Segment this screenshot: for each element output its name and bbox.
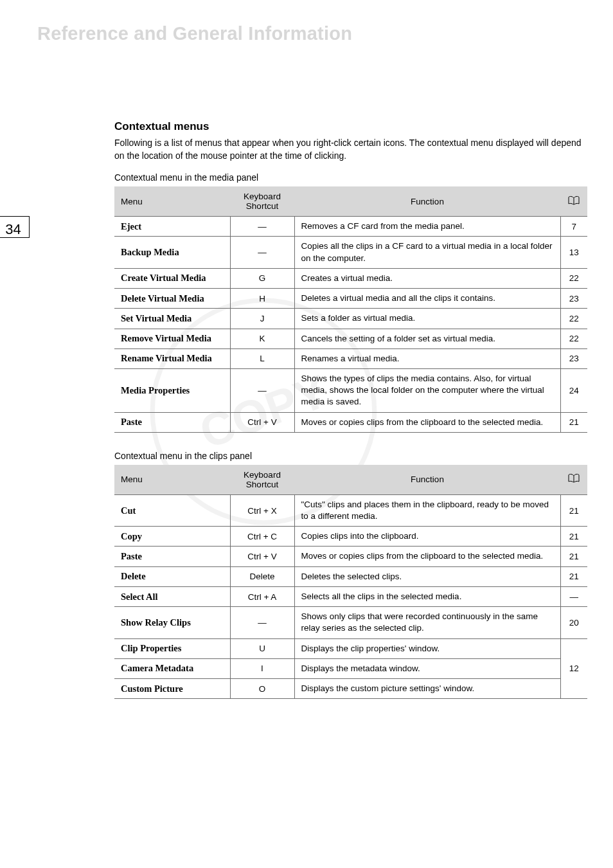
table-row: Eject—Removes a CF card from the media p… — [114, 217, 587, 237]
function-cell: Deletes the selected clips. — [294, 566, 560, 586]
menu-cell: Eject — [114, 217, 230, 237]
shortcut-cell: — — [230, 368, 294, 412]
table1-title: Contextual menu in the media panel — [114, 172, 587, 183]
menu-cell: Custom Picture — [114, 679, 230, 699]
menu-cell: Set Virtual Media — [114, 309, 230, 329]
table-row: Rename Virtual MediaLRenames a virtual m… — [114, 348, 587, 368]
page-cell: 21 — [560, 566, 587, 586]
chapter-title: Reference and General Information — [0, 0, 613, 44]
page-cell: 23 — [560, 348, 587, 368]
page-cell: 22 — [560, 309, 587, 329]
table-row: Show Relay Clips—Shows only clips that w… — [114, 607, 587, 638]
shortcut-cell: — — [230, 607, 294, 638]
media-panel-table: Menu Keyboard Shortcut Function Eject—Re… — [114, 186, 587, 433]
table-row: CutCtrl + X"Cuts" clips and places them … — [114, 494, 587, 526]
page-cell: — — [560, 586, 587, 606]
table-row: Delete Virtual MediaHDeletes a virtual m… — [114, 289, 587, 309]
table-row: Set Virtual MediaJSets a folder as virtu… — [114, 309, 587, 329]
col-header-menu: Menu — [114, 186, 230, 217]
menu-cell: Show Relay Clips — [114, 607, 230, 638]
section-heading: Contextual menus — [114, 120, 587, 133]
col-header-shortcut: Keyboard Shortcut — [230, 465, 294, 495]
function-cell: "Cuts" clips and places them in the clip… — [294, 494, 560, 526]
page-side-number: 34 — [0, 216, 30, 238]
function-cell: Renames a virtual media. — [294, 348, 560, 368]
shortcut-cell: — — [230, 237, 294, 268]
col-header-page — [560, 186, 587, 217]
function-cell: Shows only clips that were recorded cont… — [294, 607, 560, 638]
section-intro: Following is a list of menus that appear… — [114, 137, 587, 162]
page-cell: 24 — [560, 368, 587, 412]
function-cell: Selects all the clips in the selected me… — [294, 586, 560, 606]
col-header-shortcut: Keyboard Shortcut — [230, 186, 294, 217]
menu-cell: Create Virtual Media — [114, 268, 230, 288]
page-cell: 21 — [560, 494, 587, 526]
function-cell: Deletes a virtual media and all the clip… — [294, 289, 560, 309]
function-cell: Cancels the setting of a folder set as v… — [294, 329, 560, 348]
shortcut-cell: U — [230, 638, 294, 658]
table2-title: Contextual menu in the clips panel — [114, 451, 587, 461]
menu-cell: Select All — [114, 586, 230, 606]
shortcut-cell: I — [230, 658, 294, 678]
menu-cell: Cut — [114, 494, 230, 526]
page-cell: 13 — [560, 237, 587, 268]
table-row: PasteCtrl + VMoves or copies clips from … — [114, 547, 587, 566]
menu-cell: Clip Properties — [114, 638, 230, 658]
table-row: Create Virtual MediaGCreates a virtual m… — [114, 268, 587, 288]
menu-cell: Remove Virtual Media — [114, 329, 230, 348]
shortcut-cell: K — [230, 329, 294, 348]
page-cell: 21 — [560, 547, 587, 566]
table-row: Camera MetadataIDisplays the metadata wi… — [114, 658, 587, 678]
page-cell: 21 — [560, 527, 587, 547]
function-cell: Displays the clip properties' window. — [294, 638, 560, 658]
function-cell: Moves or copies clips from the clipboard… — [294, 547, 560, 566]
table-row: Remove Virtual MediaKCancels the setting… — [114, 329, 587, 348]
table-row: Media Properties—Shows the types of clip… — [114, 368, 587, 412]
shortcut-cell: Ctrl + A — [230, 586, 294, 606]
page-cell: 12 — [560, 638, 587, 699]
shortcut-cell: Delete — [230, 566, 294, 586]
shortcut-cell: Ctrl + C — [230, 527, 294, 547]
menu-cell: Paste — [114, 412, 230, 432]
col-header-function: Function — [294, 465, 560, 495]
shortcut-cell: Ctrl + V — [230, 547, 294, 566]
shortcut-cell: O — [230, 679, 294, 699]
menu-cell: Camera Metadata — [114, 658, 230, 678]
col-header-page — [560, 465, 587, 495]
col-header-menu: Menu — [114, 465, 230, 495]
page-ref-icon — [568, 196, 580, 207]
shortcut-cell: H — [230, 289, 294, 309]
shortcut-cell: Ctrl + V — [230, 412, 294, 432]
page-ref-icon — [568, 474, 580, 485]
page-cell: 21 — [560, 412, 587, 432]
function-cell: Creates a virtual media. — [294, 268, 560, 288]
shortcut-cell: — — [230, 217, 294, 237]
page-cell: 23 — [560, 289, 587, 309]
clips-panel-table: Menu Keyboard Shortcut Function CutCtrl … — [114, 465, 587, 699]
shortcut-cell: Ctrl + X — [230, 494, 294, 526]
menu-cell: Media Properties — [114, 368, 230, 412]
function-cell: Moves or copies clips from the clipboard… — [294, 412, 560, 432]
table-row: CopyCtrl + CCopies clips into the clipbo… — [114, 527, 587, 547]
table-row: Custom PictureODisplays the custom pictu… — [114, 679, 587, 699]
table-row: DeleteDeleteDeletes the selected clips.2… — [114, 566, 587, 586]
function-cell: Copies clips into the clipboard. — [294, 527, 560, 547]
menu-cell: Copy — [114, 527, 230, 547]
table-row: PasteCtrl + VMoves or copies clips from … — [114, 412, 587, 432]
function-cell: Copies all the clips in a CF card to a v… — [294, 237, 560, 268]
menu-cell: Paste — [114, 547, 230, 566]
shortcut-cell: G — [230, 268, 294, 288]
shortcut-cell: L — [230, 348, 294, 368]
menu-cell: Delete — [114, 566, 230, 586]
table-row: Backup Media—Copies all the clips in a C… — [114, 237, 587, 268]
col-header-function: Function — [294, 186, 560, 217]
page-cell: 7 — [560, 217, 587, 237]
function-cell: Sets a folder as virtual media. — [294, 309, 560, 329]
function-cell: Displays the custom picture settings' wi… — [294, 679, 560, 699]
page-cell: 22 — [560, 329, 587, 348]
menu-cell: Backup Media — [114, 237, 230, 268]
menu-cell: Delete Virtual Media — [114, 289, 230, 309]
function-cell: Removes a CF card from the media panel. — [294, 217, 560, 237]
table-row: Clip PropertiesUDisplays the clip proper… — [114, 638, 587, 658]
function-cell: Displays the metadata window. — [294, 658, 560, 678]
